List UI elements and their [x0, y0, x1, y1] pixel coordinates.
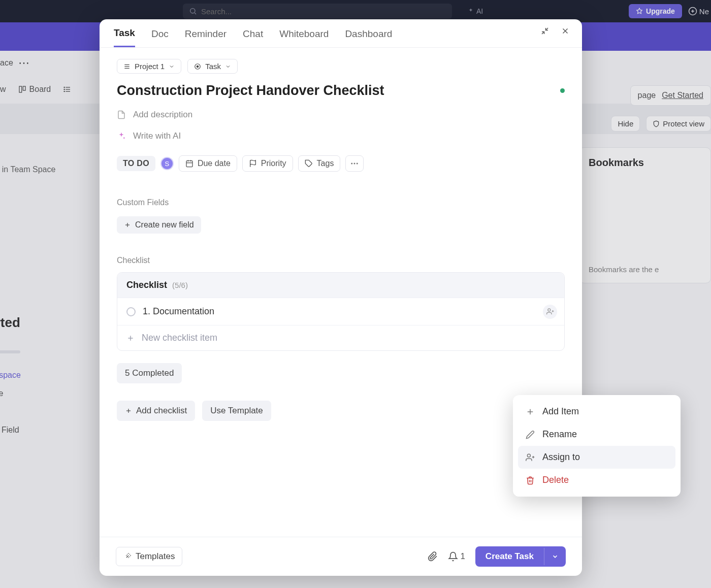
checklist-box: Checklist (5/6) 1. Documentation New che…: [117, 272, 565, 351]
task-title[interactable]: Construction Project Handover Checklist: [117, 83, 384, 99]
checklist-item-label: 1. Documentation: [143, 306, 214, 317]
priority-chip[interactable]: Priority: [242, 155, 293, 172]
type-picker[interactable]: Task: [187, 59, 238, 74]
assignee-avatar[interactable]: S: [160, 157, 174, 170]
description-row[interactable]: Add description: [117, 110, 565, 120]
flag-icon: [249, 159, 257, 168]
create-task-button[interactable]: Create Task: [475, 546, 566, 567]
ctx-rename[interactable]: Rename: [518, 423, 675, 446]
ctx-assign-to[interactable]: Assign to: [518, 446, 675, 469]
add-checklist-button[interactable]: Add checklist: [117, 401, 195, 421]
minimize-icon[interactable]: [540, 26, 550, 36]
more-chip[interactable]: [345, 155, 364, 172]
templates-button[interactable]: Templates: [116, 547, 182, 566]
tab-whiteboard[interactable]: Whiteboard: [279, 28, 329, 47]
file-icon: [117, 110, 126, 119]
chevron-down-icon: [552, 553, 559, 560]
create-task-dropdown[interactable]: [544, 548, 566, 565]
plus-icon: [124, 221, 131, 228]
modal-footer: Templates 1 Create Task: [100, 537, 582, 576]
tab-chat[interactable]: Chat: [243, 28, 263, 47]
custom-fields-label: Custom Fields: [117, 198, 565, 207]
status-dot: [560, 88, 565, 93]
attachment-icon[interactable]: [428, 551, 438, 562]
ctx-delete[interactable]: Delete: [518, 469, 675, 492]
chevron-down-icon: [169, 63, 175, 70]
status-chip[interactable]: TO DO: [117, 156, 155, 171]
trash-icon: [525, 476, 535, 485]
sparkle-icon: [117, 132, 126, 141]
create-field-button[interactable]: Create new field: [117, 216, 201, 234]
svg-point-27: [354, 163, 356, 165]
checkbox[interactable]: [126, 307, 136, 316]
notifications-button[interactable]: 1: [448, 551, 465, 562]
wand-icon: [123, 552, 132, 561]
tags-chip[interactable]: Tags: [298, 155, 341, 172]
plus-icon: [525, 407, 535, 416]
checklist-item[interactable]: 1. Documentation: [117, 298, 564, 325]
project-picker[interactable]: Project 1: [117, 59, 181, 74]
svg-point-26: [351, 163, 353, 165]
tab-task[interactable]: Task: [114, 27, 135, 47]
record-icon: [194, 63, 201, 70]
tab-reminder[interactable]: Reminder: [185, 28, 227, 47]
assign-icon[interactable]: [543, 305, 557, 319]
pencil-icon: [525, 430, 535, 439]
modal-tabs: Task Doc Reminder Chat Whiteboard Dashbo…: [100, 19, 582, 48]
checklist-section-label: Checklist: [117, 256, 565, 265]
completed-toggle[interactable]: 5 Completed: [117, 363, 182, 383]
chevron-down-icon: [225, 63, 231, 70]
list-icon: [123, 63, 131, 70]
svg-point-31: [547, 309, 550, 311]
write-with-ai[interactable]: Write with AI: [117, 131, 565, 141]
context-menu: Add Item Rename Assign to Delete: [513, 395, 681, 497]
calendar-icon: [185, 159, 193, 168]
bell-icon: [448, 551, 458, 562]
svg-point-28: [357, 163, 358, 165]
use-template-button[interactable]: Use Template: [202, 401, 271, 421]
tab-doc[interactable]: Doc: [151, 28, 169, 47]
svg-point-19: [197, 65, 199, 68]
user-plus-icon: [525, 453, 535, 462]
dots-icon: [350, 159, 359, 168]
plus-icon: [126, 334, 135, 342]
due-date-chip[interactable]: Due date: [179, 155, 237, 172]
checklist-header[interactable]: Checklist (5/6): [117, 273, 564, 298]
close-icon[interactable]: [561, 26, 570, 36]
new-checklist-item[interactable]: New checklist item: [117, 325, 564, 350]
ctx-add-item[interactable]: Add Item: [518, 400, 675, 423]
svg-rect-20: [186, 161, 192, 167]
tag-icon: [305, 159, 313, 168]
plus-icon: [125, 407, 132, 414]
svg-point-40: [527, 454, 530, 457]
tab-dashboard[interactable]: Dashboard: [345, 28, 392, 47]
create-task-modal: Task Doc Reminder Chat Whiteboard Dashbo…: [100, 19, 582, 576]
